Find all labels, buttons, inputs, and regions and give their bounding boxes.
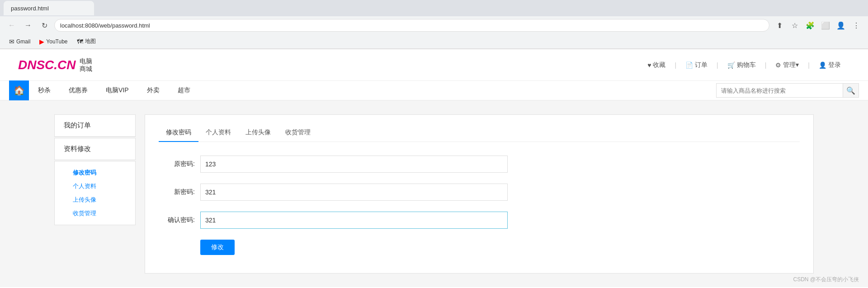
sidebar-orders-header[interactable]: 我的订单 (55, 115, 135, 137)
youtube-icon: ▶ (39, 38, 44, 45)
bookmark-youtube-label: YouTube (46, 38, 67, 45)
favorites-icon: ♥ (647, 61, 651, 69)
browser-tab[interactable]: password.html (4, 1, 94, 15)
maps-icon: 🗺 (77, 38, 83, 45)
orders-icon: 📄 (685, 61, 693, 69)
main-panel: 修改密码 个人资料 上传头像 收货管理 原密码: 新密码: 确认密码: 修改 (145, 114, 814, 274)
content-area: 我的订单 资料修改 修改密码 个人资料 上传头像 收货管理 修改密码 个人资料 … (0, 101, 868, 287)
sidebar-orders-section: 我的订单 (54, 114, 136, 137)
site-header: DNSC.CN 电脑 商城 ♥ 收藏 | 📄 订单 | 🛒 购物车 | (0, 49, 868, 81)
header-nav-orders[interactable]: 📄 订单 (676, 61, 717, 69)
old-password-row: 原密码: (159, 156, 800, 173)
confirm-password-label: 确认密码: (159, 216, 195, 224)
new-password-input[interactable] (200, 184, 508, 201)
home-nav-button[interactable]: 🏠 (9, 80, 29, 100)
header-nav-login[interactable]: 👤 登录 (810, 61, 850, 69)
nav-item-coupons[interactable]: 优惠券 (60, 80, 97, 100)
browser-actions: ⬆ ☆ 🧩 ⬜ 👤 ⋮ (773, 19, 863, 32)
footer-note: CSDN @不会压弯的小飞侠 (793, 276, 859, 283)
tab-title: password.html (11, 5, 49, 12)
sidebar-item-change-password[interactable]: 修改密码 (64, 166, 126, 179)
header-nav-favorites[interactable]: ♥ 收藏 (638, 61, 675, 69)
header-nav-cart[interactable]: 🛒 购物车 (718, 61, 765, 69)
sidebar-item-shipping[interactable]: 收货管理 (64, 207, 126, 220)
confirm-password-row: 确认密码: (159, 212, 800, 229)
logo: DNSC.CN 电脑 商城 (18, 57, 92, 73)
search-input[interactable] (716, 83, 843, 98)
back-button[interactable]: ← (5, 19, 18, 32)
nav-item-pc-vip[interactable]: 电脑VIP (97, 80, 138, 100)
tab-personal-info[interactable]: 个人资料 (198, 124, 238, 142)
confirm-password-input[interactable] (200, 212, 508, 229)
page-wrapper: DNSC.CN 电脑 商城 ♥ 收藏 | 📄 订单 | 🛒 购物车 | (0, 49, 868, 288)
sidebar-item-personal-info[interactable]: 个人资料 (64, 179, 126, 193)
old-password-label: 原密码: (159, 160, 195, 168)
address-bar[interactable] (54, 19, 769, 32)
submit-row: 修改 (159, 240, 800, 255)
bookmark-button[interactable]: ☆ (788, 19, 801, 32)
nav-item-flash-sale[interactable]: 秒杀 (29, 80, 60, 100)
login-label: 登录 (828, 61, 841, 69)
sidebar: 我的订单 资料修改 修改密码 个人资料 上传头像 收货管理 (54, 114, 136, 274)
submit-button[interactable]: 修改 (200, 240, 235, 255)
nav-item-delivery[interactable]: 外卖 (138, 80, 169, 100)
cart-label: 购物车 (737, 61, 756, 69)
browser-chrome: password.html ← → ↻ ⬆ ☆ 🧩 ⬜ 👤 ⋮ ✉ Gmail … (0, 0, 868, 49)
tab-change-password[interactable]: 修改密码 (159, 124, 198, 142)
sidebar-profile-section: 资料修改 (54, 138, 136, 160)
bookmarks-bar: ✉ Gmail ▶ YouTube 🗺 地图 (0, 34, 868, 49)
new-password-label: 新密码: (159, 188, 195, 196)
old-password-input[interactable] (200, 156, 508, 173)
favorites-label: 收藏 (653, 61, 665, 69)
header-nav: ♥ 收藏 | 📄 订单 | 🛒 购物车 | ⚙ 管理▾ | 👤 登录 (638, 61, 850, 69)
logo-text: DNSC.CN (18, 58, 76, 72)
sidebar-sub-menu: 修改密码 个人资料 上传头像 收货管理 (54, 161, 136, 225)
nav-item-supermarket[interactable]: 超市 (169, 80, 199, 100)
search-button[interactable]: 🔍 (843, 83, 859, 98)
orders-label: 订单 (695, 61, 708, 69)
bookmark-gmail[interactable]: ✉ Gmail (5, 37, 34, 46)
profile-button[interactable]: 👤 (835, 19, 847, 32)
bookmark-youtube[interactable]: ▶ YouTube (36, 37, 71, 46)
menu-button[interactable]: ⋮ (850, 19, 863, 32)
main-nav: 🏠 秒杀 优惠券 电脑VIP 外卖 超市 🔍 (0, 81, 868, 101)
search-icon: 🔍 (846, 86, 855, 95)
login-icon: 👤 (819, 61, 826, 69)
window-button[interactable]: ⬜ (819, 19, 832, 32)
forward-button[interactable]: → (22, 19, 34, 32)
tab-bar: 修改密码 个人资料 上传头像 收货管理 (159, 124, 800, 142)
bookmark-maps-label: 地图 (85, 38, 96, 45)
header-nav-manage[interactable]: ⚙ 管理▾ (766, 61, 808, 69)
logo-sub: 电脑 商城 (80, 57, 92, 73)
browser-tab-bar: password.html (0, 0, 868, 16)
reload-button[interactable]: ↻ (38, 19, 51, 32)
manage-label: 管理▾ (783, 61, 799, 69)
bookmark-maps[interactable]: 🗺 地图 (73, 37, 99, 46)
browser-toolbar: ← → ↻ ⬆ ☆ 🧩 ⬜ 👤 ⋮ (0, 16, 868, 34)
sidebar-item-upload-avatar[interactable]: 上传头像 (64, 193, 126, 207)
new-password-row: 新密码: (159, 184, 800, 201)
share-button[interactable]: ⬆ (773, 19, 786, 32)
gmail-icon: ✉ (9, 38, 14, 45)
tab-shipping[interactable]: 收货管理 (278, 124, 318, 142)
sidebar-profile-header[interactable]: 资料修改 (55, 138, 135, 160)
bookmark-gmail-label: Gmail (16, 38, 30, 45)
manage-icon: ⚙ (775, 61, 781, 69)
search-area: 🔍 (716, 83, 859, 98)
extensions-button[interactable]: 🧩 (804, 19, 816, 32)
cart-icon: 🛒 (727, 61, 735, 69)
tab-upload-avatar[interactable]: 上传头像 (238, 124, 278, 142)
